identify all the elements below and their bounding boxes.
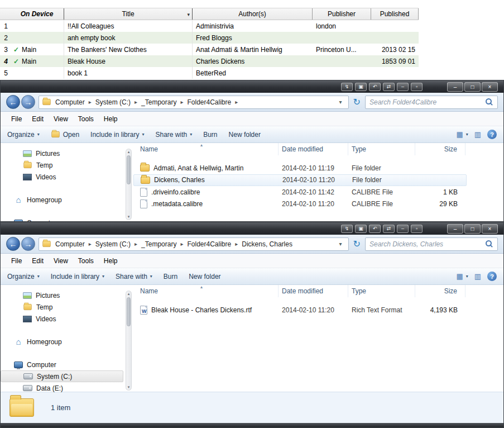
nav-scrollbar[interactable]: ▴ ▾ — [126, 291, 132, 391]
title-sort-icon[interactable]: ▾ — [187, 12, 190, 17]
nav-item-pictures[interactable]: Pictures — [1, 148, 133, 159]
back-button[interactable]: ← — [6, 95, 20, 109]
book-row[interactable]: 2 anh empty book Fred Bloggs — [0, 32, 419, 44]
column-header-authors[interactable]: Author(s) — [193, 8, 313, 20]
search-input[interactable] — [369, 98, 485, 106]
nav-item-homegroup[interactable]: ⌂Homegroup — [1, 336, 133, 348]
column-header-title[interactable]: Title▾ — [64, 8, 193, 20]
menu-tools[interactable]: Tools — [73, 115, 99, 123]
menu-view[interactable]: View — [49, 115, 73, 123]
titlebar-tool-5-icon[interactable]: – — [397, 225, 409, 233]
win2-search-box[interactable] — [365, 237, 498, 251]
minimize-button[interactable]: – — [447, 82, 463, 92]
menu-help[interactable]: Help — [99, 257, 123, 265]
book-row[interactable]: 5 book 1 BetterRed — [0, 67, 419, 79]
share-with-button[interactable]: Share with▾ — [116, 273, 152, 280]
address-history-dropdown-icon[interactable]: ▾ — [336, 241, 345, 247]
nav-item-temp[interactable]: Temp — [1, 301, 133, 313]
column-header-name[interactable]: ▴Name — [133, 143, 279, 155]
help-button[interactable]: ? — [487, 272, 497, 281]
include-in-library-button[interactable]: Include in library▾ — [51, 273, 104, 280]
menu-file[interactable]: File — [6, 115, 27, 123]
menu-tools[interactable]: Tools — [73, 257, 99, 265]
burn-button[interactable]: Burn — [203, 131, 217, 139]
column-header-type[interactable]: Type — [348, 285, 415, 297]
maximize-button[interactable]: □ — [464, 82, 481, 92]
search-icon[interactable] — [485, 98, 493, 106]
breadcrumb-item-computer[interactable]: Computer — [52, 98, 88, 106]
scroll-up-icon[interactable]: ▴ — [128, 292, 130, 296]
change-view-button[interactable]: ▦▾ — [456, 273, 468, 280]
back-button[interactable]: ← — [6, 237, 20, 251]
open-button[interactable]: Open — [51, 131, 79, 139]
column-header-size[interactable]: Size — [415, 143, 465, 155]
search-input[interactable] — [369, 240, 485, 248]
column-header-date-modified[interactable]: Date modified — [279, 285, 348, 297]
address-history-dropdown-icon[interactable]: ▾ — [336, 99, 345, 105]
breadcrumb-item-dickens-charles[interactable]: Dickens, Charles — [239, 240, 295, 248]
breadcrumb-item-system-c[interactable]: System (C:) — [93, 98, 133, 106]
titlebar-tool-1-icon[interactable]: ↯ — [341, 225, 353, 233]
scrollbar-thumb[interactable] — [127, 155, 131, 184]
breadcrumb-item-temporary[interactable]: _Temporary — [138, 98, 179, 106]
menu-edit[interactable]: Edit — [27, 257, 49, 265]
titlebar-tool-5-icon[interactable]: – — [397, 83, 409, 91]
column-header-date-modified[interactable]: Date modified — [279, 143, 348, 155]
nav-item-data-e[interactable]: Data (E:) — [1, 382, 133, 394]
column-header-name[interactable]: ▴Name — [133, 285, 279, 297]
nav-item-pictures[interactable]: Pictures — [1, 289, 133, 301]
new-folder-button[interactable]: New folder — [229, 131, 261, 139]
maximize-button[interactable]: □ — [464, 224, 481, 234]
column-header-publisher[interactable]: Publisher — [313, 8, 371, 20]
titlebar-tool-3-icon[interactable]: ↶ — [369, 83, 381, 91]
preview-pane-button[interactable]: ▥ — [474, 273, 481, 280]
titlebar-tool-6-icon[interactable]: ▫ — [411, 83, 423, 91]
column-header-published[interactable]: Published — [371, 8, 419, 20]
scroll-down-icon[interactable]: ▾ — [128, 385, 130, 389]
menu-file[interactable]: File — [6, 257, 27, 265]
close-button[interactable]: × — [482, 82, 498, 92]
nav-item-computer[interactable]: Computer — [1, 359, 133, 370]
file-row-driveinfo[interactable]: .driveinfo.calibre 2014-02-10 11:42 CALI… — [133, 186, 467, 198]
forward-button[interactable]: → — [21, 95, 35, 109]
search-icon[interactable] — [485, 240, 493, 248]
file-row-dickens-folder-selected[interactable]: Dickens, Charles 2014-02-10 11:20 File f… — [133, 174, 467, 187]
menu-help[interactable]: Help — [99, 115, 123, 123]
refresh-button[interactable]: ↻ — [352, 239, 362, 249]
burn-button[interactable]: Burn — [164, 273, 177, 280]
titlebar-tool-4-icon[interactable]: ⇄ — [383, 225, 395, 233]
win1-search-box[interactable] — [365, 96, 498, 109]
organize-button[interactable]: Organize▾ — [7, 131, 40, 139]
menu-view[interactable]: View — [49, 257, 73, 265]
minimize-button[interactable]: – — [447, 224, 463, 234]
nav-item-temp[interactable]: Temp — [1, 159, 133, 171]
file-row-metadata[interactable]: .metadata.calibre 2014-02-10 11:20 CALIB… — [133, 198, 467, 211]
menu-edit[interactable]: Edit — [27, 115, 49, 123]
preview-pane-button[interactable]: ▥ — [474, 131, 481, 138]
nav-item-videos[interactable]: Videos — [1, 171, 133, 183]
book-row-current[interactable]: 4 ✓Main Bleak House Charles Dickens 1853… — [0, 55, 419, 67]
new-folder-button[interactable]: New folder — [189, 273, 220, 280]
nav-item-homegroup[interactable]: ⌂Homegroup — [1, 194, 133, 206]
forward-button[interactable]: → — [21, 237, 35, 251]
breadcrumb-item-temporary[interactable]: _Temporary — [138, 240, 179, 248]
win1-titlebar[interactable]: ↯ ▣ ↶ ⇄ – ▫ – □ × — [1, 80, 503, 93]
breadcrumb-item-folder4calibre[interactable]: Folder4Calibre — [184, 98, 234, 106]
include-in-library-button[interactable]: Include in library▾ — [90, 131, 144, 139]
titlebar-tool-1-icon[interactable]: ↯ — [341, 83, 353, 91]
help-button[interactable]: ? — [487, 130, 497, 139]
column-header-type[interactable]: Type — [348, 143, 415, 155]
titlebar-tool-2-icon[interactable]: ▣ — [355, 83, 367, 91]
nav-item-videos[interactable]: Videos — [1, 313, 133, 325]
breadcrumb-item-folder4calibre[interactable]: Folder4Calibre — [184, 240, 234, 248]
book-row[interactable]: 1 !!All Colleagues Administrivia london — [0, 20, 419, 32]
close-button[interactable]: × — [482, 224, 498, 234]
book-row[interactable]: 3 ✓Main The Bankers' New Clothes Anat Ad… — [0, 44, 419, 55]
titlebar-tool-6-icon[interactable]: ▫ — [411, 225, 423, 233]
refresh-button[interactable]: ↻ — [352, 97, 362, 107]
column-header-on-device[interactable]: On Device — [10, 8, 64, 20]
win2-titlebar[interactable]: ↯ ▣ ↶ ⇄ – ▫ – □ × — [1, 222, 503, 235]
organize-button[interactable]: Organize▾ — [7, 273, 40, 280]
scrollbar-thumb[interactable] — [127, 297, 131, 326]
win2-breadcrumb[interactable]: Computer ▸ System (C:) ▸ _Temporary ▸ Fo… — [39, 237, 349, 251]
